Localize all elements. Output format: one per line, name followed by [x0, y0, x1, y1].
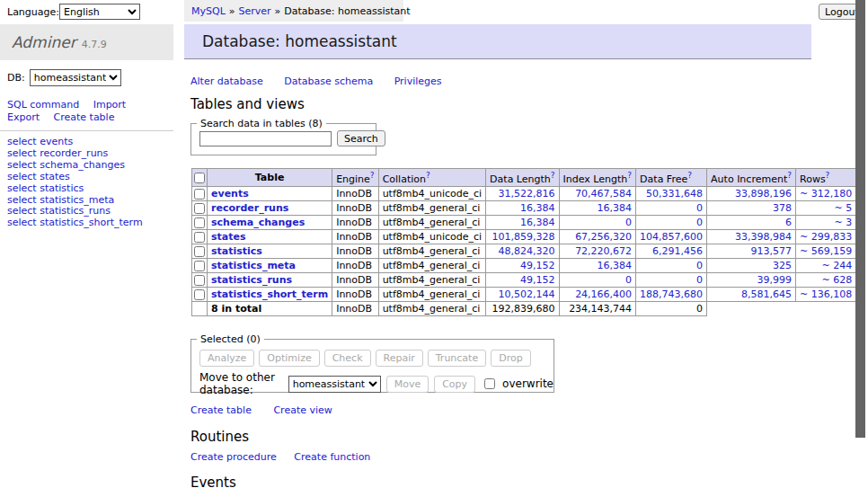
- db-select[interactable]: homeassistant: [30, 69, 121, 86]
- row-checkbox[interactable]: [194, 189, 205, 200]
- sql-command-link[interactable]: SQL command: [7, 99, 79, 111]
- auto-increment-link[interactable]: 6: [785, 217, 792, 228]
- collation-help-link[interactable]: ?: [426, 171, 430, 180]
- index-length-link[interactable]: 0: [625, 217, 632, 228]
- auto-increment-link[interactable]: 33,398,984: [735, 231, 792, 243]
- auto-increment-link[interactable]: 33,898,196: [735, 188, 792, 200]
- select-link[interactable]: select: [7, 194, 37, 206]
- table-link[interactable]: statistics_meta: [40, 194, 114, 206]
- table-link[interactable]: statistics_short_term: [40, 217, 142, 228]
- index-length-link[interactable]: 24,166,400: [575, 288, 632, 300]
- import-link[interactable]: Import: [93, 99, 127, 111]
- rows-count-link[interactable]: ~ 569,159: [800, 245, 852, 257]
- create-function-link[interactable]: Create function: [294, 451, 370, 463]
- search-button[interactable]: Search: [337, 130, 385, 146]
- table-link[interactable]: statistics: [40, 182, 84, 194]
- select-link[interactable]: select: [7, 217, 37, 228]
- row-checkbox[interactable]: [194, 261, 205, 271]
- select-link[interactable]: select: [7, 136, 37, 147]
- row-checkbox[interactable]: [194, 275, 205, 286]
- table-link[interactable]: schema_changes: [40, 159, 125, 171]
- auto-increment-help-link[interactable]: ?: [787, 171, 792, 180]
- create-view-link[interactable]: Create view: [273, 404, 332, 416]
- data-length-link[interactable]: 49,152: [520, 274, 555, 286]
- index-length-link[interactable]: 72,220,672: [575, 245, 632, 257]
- data-length-link[interactable]: 48,824,320: [499, 245, 555, 257]
- select-all-checkbox[interactable]: [194, 173, 205, 183]
- data-free-link[interactable]: 50,331,648: [646, 188, 703, 200]
- table-link[interactable]: events: [40, 136, 73, 147]
- auto-increment-link[interactable]: 325: [773, 260, 792, 271]
- rows-count-link[interactable]: ~ 3: [834, 217, 852, 228]
- table-name-link[interactable]: statistics_runs: [211, 274, 292, 286]
- data-free-link[interactable]: 0: [696, 202, 703, 214]
- index-length-link[interactable]: 70,467,584: [575, 188, 632, 200]
- data-free-link[interactable]: 0: [696, 274, 703, 286]
- export-link[interactable]: Export: [7, 111, 40, 123]
- select-link[interactable]: select: [7, 205, 37, 217]
- table-link[interactable]: recorder_runs: [40, 147, 108, 159]
- create-procedure-link[interactable]: Create procedure: [190, 451, 277, 463]
- scrollbar-track[interactable]: [855, 0, 868, 488]
- data-free-help-link[interactable]: ?: [687, 171, 692, 180]
- data-free-link[interactable]: 188,743,680: [640, 288, 703, 300]
- table-link[interactable]: statistics_runs: [40, 205, 111, 217]
- language-select[interactable]: English: [59, 4, 140, 20]
- index-length-link[interactable]: 0: [625, 274, 632, 286]
- select-link[interactable]: select: [7, 182, 37, 194]
- auto-increment-link[interactable]: 8,581,645: [741, 288, 792, 300]
- rows-help-link[interactable]: ?: [826, 171, 830, 180]
- rows-count-link[interactable]: ~ 136,108: [800, 288, 852, 300]
- select-link[interactable]: select: [7, 159, 37, 171]
- data-free-link[interactable]: 0: [696, 217, 703, 228]
- data-length-link[interactable]: 10,502,144: [499, 288, 555, 300]
- move-database-select[interactable]: homeassistant: [288, 376, 381, 393]
- row-checkbox[interactable]: [194, 203, 205, 214]
- engine-help-link[interactable]: ?: [370, 171, 375, 180]
- index-length-link[interactable]: 67,256,320: [575, 231, 632, 243]
- data-length-link[interactable]: 16,384: [520, 202, 555, 214]
- row-checkbox[interactable]: [194, 232, 205, 243]
- select-link[interactable]: select: [7, 147, 37, 159]
- breadcrumb-mysql-link[interactable]: MySQL: [191, 5, 226, 17]
- row-checkbox[interactable]: [194, 217, 205, 228]
- rows-count-link[interactable]: ~ 5: [834, 202, 852, 214]
- alter-database-link[interactable]: Alter database: [190, 75, 263, 87]
- data-free-link[interactable]: 0: [696, 260, 703, 271]
- table-name-link[interactable]: statistics_meta: [211, 260, 296, 271]
- data-free-link[interactable]: 104,857,600: [640, 231, 703, 243]
- data-free-link[interactable]: 6,291,456: [652, 245, 703, 257]
- data-length-link[interactable]: 49,152: [520, 260, 555, 271]
- auto-increment-link[interactable]: 913,577: [751, 245, 793, 257]
- database-schema-link[interactable]: Database schema: [284, 75, 373, 87]
- auto-increment-link[interactable]: 39,999: [757, 274, 793, 286]
- auto-increment-link[interactable]: 378: [773, 202, 792, 214]
- rows-count-link[interactable]: ~ 299,833: [800, 231, 852, 243]
- data-length-link[interactable]: 101,859,328: [492, 231, 555, 243]
- index-length-link[interactable]: 16,384: [598, 260, 633, 271]
- rows-count-link[interactable]: ~ 244: [821, 260, 852, 271]
- rows-count-link[interactable]: ~ 312,180: [800, 188, 852, 200]
- table-name-link[interactable]: statistics: [211, 245, 262, 257]
- data-length-help-link[interactable]: ?: [551, 171, 555, 180]
- index-length-link[interactable]: 16,384: [598, 202, 633, 214]
- privileges-link[interactable]: Privileges: [394, 75, 442, 87]
- breadcrumb-server-link[interactable]: Server: [239, 5, 271, 17]
- table-name-link[interactable]: states: [211, 231, 246, 243]
- data-length-link[interactable]: 31,522,816: [499, 188, 555, 200]
- rows-count-link[interactable]: ~ 628: [821, 274, 852, 286]
- table-link[interactable]: states: [40, 171, 70, 182]
- overwrite-checkbox[interactable]: [484, 378, 495, 389]
- create-table-link[interactable]: Create table: [190, 404, 252, 416]
- table-name-link[interactable]: schema_changes: [211, 217, 305, 228]
- index-length-help-link[interactable]: ?: [627, 171, 632, 180]
- search-input[interactable]: [199, 131, 332, 146]
- select-link[interactable]: select: [7, 171, 37, 182]
- table-name-link[interactable]: recorder_runs: [211, 202, 288, 214]
- row-checkbox[interactable]: [194, 289, 205, 300]
- create-table-link-sidebar[interactable]: Create table: [54, 111, 115, 123]
- table-name-link[interactable]: statistics_short_term: [211, 288, 328, 300]
- scrollbar-thumb[interactable]: [855, 0, 865, 438]
- row-checkbox[interactable]: [194, 246, 205, 257]
- data-length-link[interactable]: 16,384: [520, 217, 555, 228]
